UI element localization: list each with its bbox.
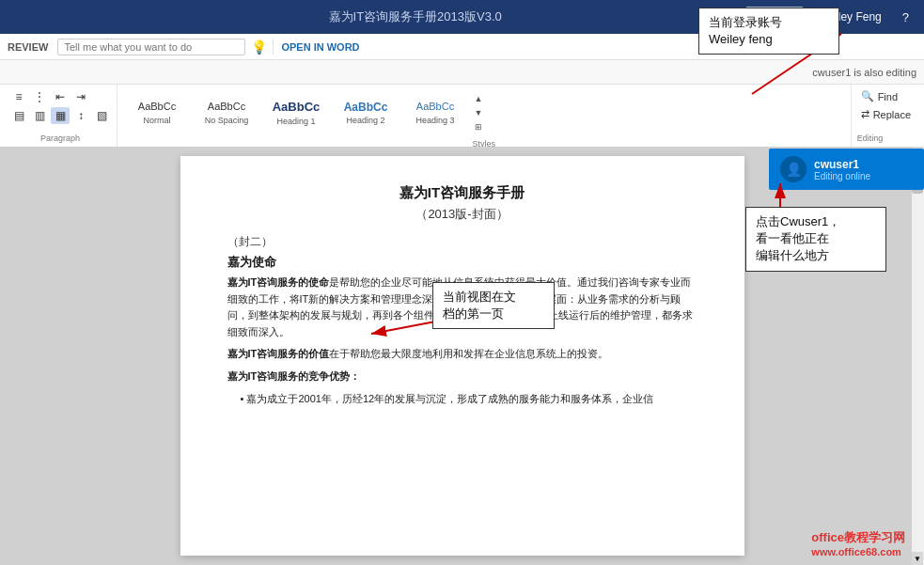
person-icon: 👤 bbox=[786, 162, 802, 177]
style-heading3[interactable]: AaBbCc Heading 3 bbox=[401, 88, 469, 137]
styles-row: AaBbCc Normal AaBbCc No Spacing AaBbCc H… bbox=[123, 88, 845, 137]
watermark-line1: office教程学习网 bbox=[811, 529, 905, 546]
align-left-icon[interactable]: ▤ bbox=[9, 107, 28, 124]
paragraph-group-label: Paragraph bbox=[40, 132, 80, 143]
annotation-middle-line1: 当前视图在文 bbox=[443, 289, 544, 306]
doc-section-label: （封二） bbox=[227, 234, 697, 250]
annotation-top-right-line2: Weiley feng bbox=[709, 31, 829, 48]
scroll-down-arrow[interactable]: ▼ bbox=[912, 552, 923, 565]
doc-body1-bold: 嘉为IT咨询服务的使命 bbox=[227, 276, 330, 288]
doc-heading: 嘉为使命 bbox=[227, 254, 697, 271]
doc-page: 嘉为IT咨询服务手册 （2013版-封面） （封二） 嘉为使命 嘉为IT咨询服务… bbox=[180, 156, 744, 556]
style-no-spacing-preview: AaBbCc bbox=[208, 101, 245, 113]
style-heading3-preview: AaBbCc bbox=[416, 101, 454, 113]
annotation-middle-line2: 档的第一页 bbox=[443, 306, 544, 322]
paragraph-icons: ≡ ⋮ ⇤ ⇥ ▤ ▥ ▦ ↕ ▧ bbox=[9, 88, 111, 132]
doc-main-title: 嘉为IT咨询服务手册 bbox=[227, 184, 697, 202]
ribbon: ≡ ⋮ ⇤ ⇥ ▤ ▥ ▦ ↕ ▧ Paragraph AaBbCc Norma… bbox=[0, 85, 924, 147]
search-input[interactable] bbox=[57, 39, 245, 55]
shading-icon[interactable]: ▧ bbox=[92, 107, 111, 124]
style-normal-preview: AaBbCc bbox=[138, 101, 176, 113]
find-button[interactable]: 🔍 Find bbox=[857, 88, 915, 104]
indent-more-icon[interactable]: ⇥ bbox=[71, 88, 90, 105]
para-row-2: ▤ ▥ ▦ ↕ ▧ bbox=[9, 107, 111, 124]
list-numbered-icon[interactable]: ⋮ bbox=[30, 88, 49, 105]
scrollbar: ▲ ▼ bbox=[911, 147, 924, 565]
style-normal-label: Normal bbox=[143, 116, 170, 125]
watermark: office教程学习网 www.office68.com bbox=[811, 529, 905, 557]
style-no-spacing-label: No Spacing bbox=[205, 116, 249, 125]
style-heading2-preview: AaBbCc bbox=[344, 101, 388, 114]
styles-group: AaBbCc Normal AaBbCc No Spacing AaBbCc H… bbox=[117, 85, 852, 147]
help-button[interactable]: ? bbox=[897, 8, 915, 27]
style-more[interactable]: ⊞ bbox=[471, 120, 486, 133]
annotation-br-line2: 看一看他正在 bbox=[756, 230, 876, 247]
find-label: Find bbox=[878, 91, 898, 102]
replace-label: Replace bbox=[873, 109, 911, 120]
style-heading3-label: Heading 3 bbox=[415, 116, 454, 125]
watermark-line2: www.office68.com bbox=[811, 546, 905, 557]
style-scroll-arrows: ▲ ▼ ⊞ bbox=[471, 88, 486, 137]
editing-btns: 🔍 Find ⇄ Replace bbox=[857, 88, 915, 132]
cwuser-avatar: 👤 bbox=[780, 156, 807, 182]
open-in-word-button[interactable]: OPEN IN WORD bbox=[273, 39, 367, 55]
style-scroll-up[interactable]: ▲ bbox=[471, 92, 486, 105]
doc-body2-bold: 嘉为IT咨询服务的价值 bbox=[227, 348, 330, 359]
editing-group-label: Editing bbox=[857, 132, 915, 143]
para-row-1: ≡ ⋮ ⇤ ⇥ bbox=[9, 88, 111, 105]
style-heading2[interactable]: AaBbCc Heading 2 bbox=[332, 88, 399, 137]
style-heading1[interactable]: AaBbCc Heading 1 bbox=[262, 88, 330, 137]
doc-bullet1: 嘉为成立于2001年，历经12年的发展与沉淀，形成了成熟的服务能力和服务体系，企… bbox=[227, 391, 697, 408]
style-heading2-label: Heading 2 bbox=[346, 116, 384, 125]
editing-bar: cwuser1 is also editing bbox=[0, 60, 924, 85]
line-spacing-icon[interactable]: ↕ bbox=[71, 107, 90, 124]
cwuser-popup[interactable]: 👤 cwuser1 Editing online bbox=[769, 149, 924, 190]
style-heading1-label: Heading 1 bbox=[276, 117, 315, 126]
annotation-bottom-right: 点击Cwuser1， 看一看他正在 编辑什么地方 bbox=[745, 207, 886, 272]
paragraph-group: ≡ ⋮ ⇤ ⇥ ▤ ▥ ▦ ↕ ▧ Paragraph bbox=[4, 85, 117, 147]
annotation-top-right: 当前登录账号 Weiley feng bbox=[698, 8, 839, 55]
cwuser-status: Editing online bbox=[814, 171, 870, 181]
cwuser-info: cwuser1 Editing online bbox=[814, 158, 870, 181]
doc-body2: 嘉为IT咨询服务的价值在于帮助您最大限度地利用和发挥在企业信息系统上的投资。 bbox=[227, 346, 697, 363]
annotation-top-right-line1: 当前登录账号 bbox=[709, 14, 829, 31]
lightbulb-icon: 💡 bbox=[251, 39, 267, 55]
cwuser-name: cwuser1 bbox=[814, 158, 870, 171]
cwuser-header: 👤 cwuser1 Editing online bbox=[771, 150, 922, 188]
doc-heading2-bold: 嘉为IT咨询服务的竞争优势： bbox=[227, 370, 361, 382]
review-label: REVIEW bbox=[8, 41, 48, 53]
indent-less-icon[interactable]: ⇤ bbox=[51, 88, 70, 105]
editing-notice: cwuser1 is also editing bbox=[812, 67, 916, 78]
style-no-spacing[interactable]: AaBbCc No Spacing bbox=[193, 88, 260, 137]
align-right-icon[interactable]: ▦ bbox=[51, 107, 70, 124]
align-center-icon[interactable]: ▥ bbox=[30, 107, 49, 124]
list-bullets-icon[interactable]: ≡ bbox=[9, 88, 28, 105]
style-normal[interactable]: AaBbCc Normal bbox=[123, 88, 191, 137]
doc-subtitle: （2013版-封面） bbox=[227, 206, 697, 223]
editing-group: 🔍 Find ⇄ Replace Editing bbox=[852, 85, 920, 147]
binoculars-icon: 🔍 bbox=[861, 90, 874, 102]
style-heading1-preview: AaBbCc bbox=[273, 100, 321, 115]
annotation-br-line1: 点击Cwuser1， bbox=[756, 213, 876, 230]
annotation-middle: 当前视图在文 档的第一页 bbox=[432, 282, 555, 329]
replace-icon: ⇄ bbox=[861, 108, 869, 120]
doc-heading2: 嘉为IT咨询服务的竞争优势： bbox=[227, 369, 697, 385]
annotation-br-line3: 编辑什么地方 bbox=[756, 247, 876, 264]
doc-title: 嘉为IT咨询服务手册2013版V3.0 bbox=[85, 8, 745, 25]
style-scroll-down[interactable]: ▼ bbox=[471, 106, 486, 119]
replace-button[interactable]: ⇄ Replace bbox=[857, 106, 915, 122]
